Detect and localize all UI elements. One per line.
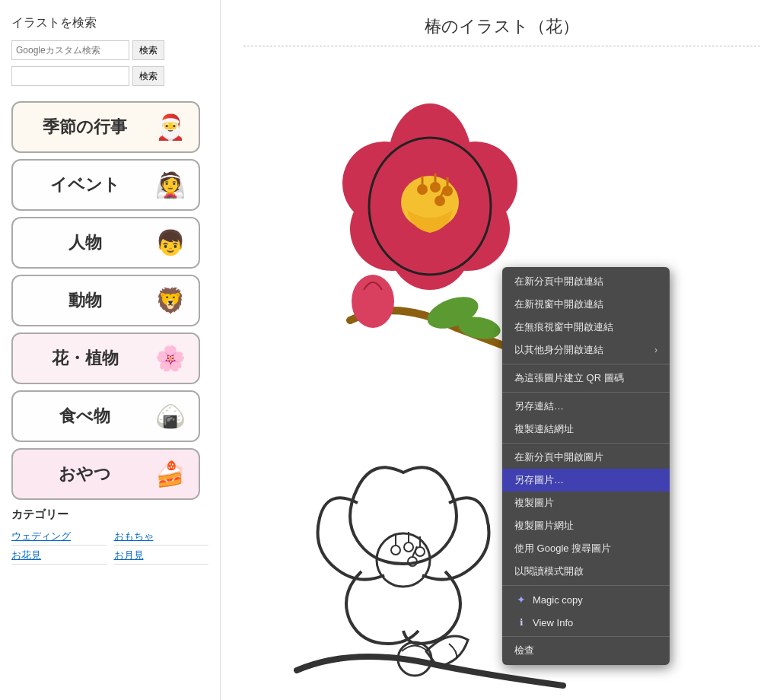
- view-info-icon: ℹ: [514, 616, 528, 629]
- cat-link-omocha[interactable]: おもちゃ: [114, 528, 209, 546]
- cat-icon-oyatsu: 🍰: [149, 453, 191, 495]
- category-links-grid: ウェディング おもちゃ お花見 お月見: [11, 528, 208, 565]
- category-button-tabemono[interactable]: 食べ物 🍙: [11, 390, 200, 442]
- cat-link-wedding[interactable]: ウェディング: [11, 528, 107, 546]
- category-button-event[interactable]: イベント 👰: [11, 159, 200, 211]
- context-menu: 在新分頁中開啟連結 在新視窗中開啟連結 在無痕視窗中開啟連結 以其他身分開啟連結…: [502, 267, 670, 665]
- ctx-copy-image[interactable]: 複製圖片: [502, 492, 670, 514]
- cat-icon-hito: 👦: [149, 222, 191, 264]
- category-button-hito[interactable]: 人物 👦: [11, 217, 200, 269]
- ctx-view-info[interactable]: ℹ View Info: [502, 611, 670, 634]
- ctx-divider-5: [502, 636, 670, 637]
- illustration-area: 在新分頁中開啟連結 在新視窗中開啟連結 在無痕視窗中開啟連結 以其他身分開啟連結…: [243, 62, 760, 700]
- ctx-open-link-incognito[interactable]: 在無痕視窗中開啟連結: [502, 316, 670, 339]
- ctx-divider-2: [502, 392, 670, 393]
- ctx-open-link-new-tab[interactable]: 在新分頁中開啟連結: [502, 270, 670, 293]
- svg-point-22: [404, 542, 413, 552]
- ctx-inspect[interactable]: 檢查: [502, 639, 670, 662]
- ctx-magic-copy[interactable]: ✦ Magic copy: [502, 588, 670, 611]
- category-button-hana[interactable]: 花・植物 🌸: [11, 332, 200, 384]
- cat-link-otsukimi[interactable]: お月見: [114, 547, 209, 565]
- ctx-open-reader[interactable]: 以閱讀模式開啟: [502, 560, 670, 583]
- ctx-divider-1: [502, 364, 670, 364]
- search-input-plain[interactable]: [11, 66, 129, 86]
- magic-copy-icon: ✦: [514, 593, 528, 606]
- page-title: 椿のイラスト（花）: [243, 15, 760, 46]
- search-row-google: 検索: [11, 40, 208, 60]
- cat-label-event: イベント: [21, 173, 149, 196]
- ctx-search-google-image[interactable]: 使用 Google 搜尋圖片: [502, 537, 670, 560]
- ctx-divider-4: [502, 585, 670, 586]
- main-content: 椿のイラスト（花）: [221, 0, 783, 700]
- cat-label-oyatsu: おやつ: [21, 463, 149, 485]
- ctx-divider-3: [502, 443, 670, 444]
- cat-icon-kisetsu: 🎅: [149, 107, 191, 148]
- ctx-copy-link-url[interactable]: 複製連結網址: [502, 418, 670, 441]
- category-section: カテゴリー ウェディング おもちゃ お花見 お月見: [11, 508, 208, 565]
- ctx-save-image[interactable]: 另存圖片…: [502, 469, 670, 492]
- search-input-google[interactable]: [11, 40, 129, 60]
- cat-icon-hana: 🌸: [149, 338, 191, 380]
- ctx-create-qr[interactable]: 為這張圖片建立 QR 圖碼: [502, 367, 670, 390]
- cat-label-hito: 人物: [21, 231, 149, 254]
- ctx-arrow-icon: ›: [654, 345, 657, 355]
- sidebar: イラストを検索 検索 検索 季節の行事 🎅 イベント 👰 人物 👦 動物 🦁 花…: [0, 0, 221, 700]
- search-button-google[interactable]: 検索: [132, 40, 164, 60]
- cat-label-tabemono: 食べ物: [21, 405, 149, 428]
- search-button-plain[interactable]: 検索: [132, 66, 164, 86]
- cat-label-hana: 花・植物: [21, 347, 149, 370]
- cat-label-kisetsu: 季節の行事: [21, 116, 149, 138]
- cat-icon-event: 👰: [149, 164, 191, 206]
- ctx-save-link[interactable]: 另存連結…: [502, 395, 670, 418]
- ctx-open-image-new-tab[interactable]: 在新分頁中開啟圖片: [502, 446, 670, 469]
- ctx-open-link-new-window[interactable]: 在新視窗中開啟連結: [502, 293, 670, 316]
- ctx-copy-image-url[interactable]: 複製圖片網址: [502, 514, 670, 537]
- cat-link-ohanami[interactable]: お花見: [11, 547, 107, 565]
- cat-icon-tabemono: 🍙: [149, 396, 191, 438]
- cat-label-dobutsu: 動物: [21, 289, 149, 312]
- sidebar-title: イラストを検索: [11, 15, 208, 31]
- ctx-open-as-other[interactable]: 以其他身分開啟連結 ›: [502, 339, 670, 361]
- category-button-dobutsu[interactable]: 動物 🦁: [11, 275, 200, 326]
- cat-section-title: カテゴリー: [11, 508, 208, 522]
- svg-point-21: [391, 546, 400, 555]
- category-button-kisetsu[interactable]: 季節の行事 🎅: [11, 101, 200, 153]
- category-button-oyatsu[interactable]: おやつ 🍰: [11, 448, 200, 500]
- cat-icon-dobutsu: 🦁: [149, 280, 191, 322]
- search-row-plain: 検索: [11, 66, 208, 86]
